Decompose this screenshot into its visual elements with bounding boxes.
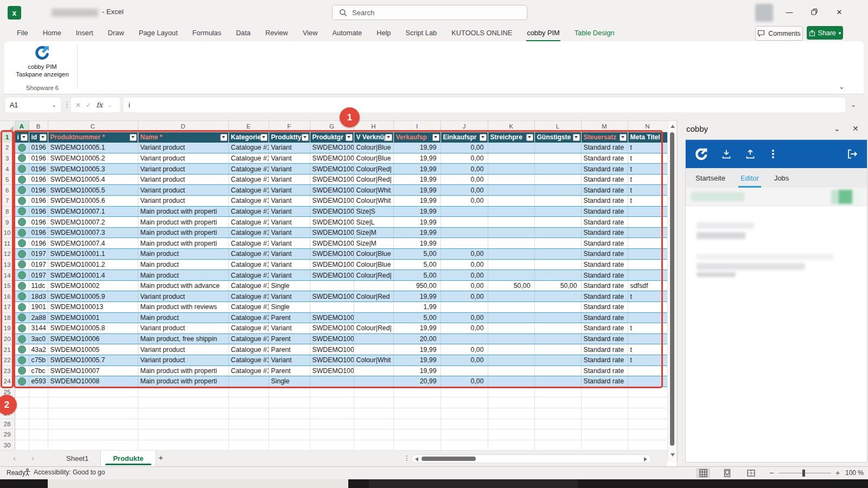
table-cell[interactable]: SWDEMO10001.2 [48, 259, 138, 270]
table-cell[interactable]: 0196 [29, 206, 48, 217]
table-cell[interactable] [488, 376, 534, 387]
close-button[interactable]: ✕ [828, 0, 851, 24]
table-cell[interactable] [534, 249, 581, 260]
table-cell[interactable] [354, 333, 393, 344]
table-cell[interactable]: 1,99 [393, 302, 441, 313]
empty-cell[interactable] [269, 419, 310, 429]
table-header-cell[interactable]: i [15, 132, 29, 143]
table-cell[interactable]: Single [269, 280, 310, 291]
scroll-up-icon[interactable] [671, 125, 675, 128]
table-cell[interactable]: Standard rate [581, 312, 628, 323]
table-cell[interactable]: SWDEMO10005.2 [48, 153, 138, 164]
table-cell[interactable]: Variant [269, 259, 310, 270]
empty-cell[interactable] [581, 440, 628, 451]
empty-cell[interactable] [269, 429, 310, 440]
empty-cell[interactable] [534, 387, 581, 397]
empty-cell[interactable] [534, 419, 581, 429]
table-cell[interactable]: Standard rate [581, 280, 628, 291]
table-cell[interactable]: SWDEMO100 [310, 323, 354, 334]
empty-cell[interactable] [581, 408, 628, 419]
table-cell[interactable] [534, 143, 581, 153]
empty-cell[interactable] [581, 397, 628, 408]
table-cell[interactable]: Variant [269, 238, 310, 249]
table-cell[interactable]: t [628, 196, 667, 207]
ribbon-tab-script-lab[interactable]: Script Lab [405, 25, 438, 42]
table-cell[interactable] [441, 365, 488, 376]
table-cell[interactable]: 0,00 [441, 185, 488, 196]
table-cell-indicator[interactable] [15, 333, 29, 344]
table-cell[interactable] [534, 206, 581, 217]
table-cell[interactable]: 0,00 [441, 153, 488, 164]
row-header-19[interactable]: 19 [0, 323, 15, 334]
sheet-tab-produkte[interactable]: Produkte [100, 451, 156, 466]
table-cell[interactable]: 5,00 [393, 259, 441, 270]
empty-cell[interactable] [15, 429, 29, 440]
table-cell[interactable] [488, 302, 534, 313]
table-cell[interactable]: SWDEMO100 [310, 164, 354, 175]
table-cell[interactable]: Standard rate [581, 355, 628, 365]
table-cell-indicator[interactable] [15, 312, 29, 323]
table-cell[interactable]: Standard rate [581, 270, 628, 281]
table-cell[interactable] [534, 238, 581, 249]
table-cell[interactable]: 20,00 [393, 333, 441, 344]
table-cell[interactable]: Main product [138, 249, 228, 260]
table-cell[interactable] [441, 238, 488, 249]
table-cell[interactable] [534, 196, 581, 207]
table-cell[interactable] [354, 344, 393, 355]
empty-cell[interactable] [48, 387, 138, 397]
table-cell[interactable] [488, 259, 534, 270]
table-cell[interactable]: Standard rate [581, 196, 628, 207]
table-cell[interactable]: 0,00 [441, 376, 488, 387]
table-cell[interactable] [628, 302, 667, 313]
empty-cell[interactable] [581, 429, 628, 440]
table-cell[interactable]: Variant [269, 153, 310, 164]
table-cell[interactable] [534, 333, 581, 344]
table-cell[interactable]: 19,99 [393, 153, 441, 164]
table-cell[interactable] [310, 280, 354, 291]
scroll-left-icon[interactable] [415, 457, 418, 461]
table-cell-indicator[interactable] [15, 355, 29, 365]
row-header-2[interactable]: 2 [0, 143, 15, 153]
table-cell[interactable]: SWDEMO100 [310, 206, 354, 217]
table-header-cell[interactable]: Streichpre [488, 132, 534, 143]
filter-dropdown-icon[interactable] [40, 134, 47, 141]
table-cell[interactable] [488, 206, 534, 217]
table-cell[interactable]: Standard rate [581, 249, 628, 260]
table-cell[interactable]: Parent [269, 344, 310, 355]
table-cell[interactable] [628, 227, 667, 238]
empty-cell[interactable] [581, 387, 628, 397]
ribbon-tab-data[interactable]: Data [235, 25, 251, 42]
table-cell[interactable]: Main product with properti [138, 217, 228, 228]
table-cell[interactable]: 19,99 [393, 206, 441, 217]
table-cell[interactable] [354, 302, 393, 313]
table-cell[interactable]: 0,00 [441, 312, 488, 323]
confirm-entry-icon[interactable]: ✓ [86, 101, 91, 109]
table-cell[interactable] [628, 217, 667, 228]
pane-tab-startseite[interactable]: Startseite [695, 168, 725, 188]
column-header-C[interactable]: C [48, 121, 138, 132]
table-cell[interactable]: Variant [269, 196, 310, 207]
table-cell[interactable]: Catalogue #1 [228, 206, 269, 217]
table-cell[interactable]: Variant [269, 323, 310, 334]
table-cell[interactable]: 50,00 [488, 280, 534, 291]
table-cell[interactable]: 0,00 [441, 174, 488, 185]
table-cell[interactable] [534, 185, 581, 196]
empty-cell[interactable] [228, 429, 269, 440]
table-cell[interactable] [354, 376, 393, 387]
table-cell[interactable]: Standard rate [581, 217, 628, 228]
table-cell[interactable]: Standard rate [581, 143, 628, 153]
table-cell-indicator[interactable] [15, 196, 29, 207]
empty-cell[interactable] [310, 408, 354, 419]
empty-cell[interactable] [138, 397, 228, 408]
table-cell[interactable]: 2a88 [29, 312, 48, 323]
scroll-down-icon[interactable] [671, 453, 675, 457]
table-cell[interactable]: 0197 [29, 270, 48, 281]
table-cell[interactable]: Standard rate [581, 302, 628, 313]
table-cell-indicator[interactable] [15, 291, 29, 302]
cancel-entry-icon[interactable]: ✕ [75, 101, 81, 109]
share-button[interactable]: Share ▾ [807, 26, 843, 40]
filter-dropdown-icon[interactable] [346, 134, 353, 141]
empty-cell[interactable] [488, 408, 534, 419]
table-cell[interactable] [628, 376, 667, 387]
table-cell[interactable]: Colour|Whit [354, 185, 393, 196]
